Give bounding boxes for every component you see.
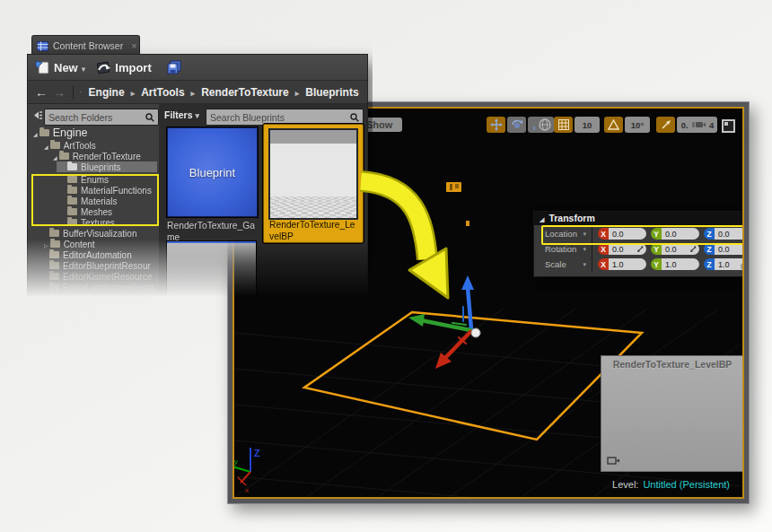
scale-x-field[interactable]: X 1.0 <box>598 258 646 270</box>
rotation-label[interactable]: Rotation <box>534 244 583 254</box>
grid-snap-value[interactable]: 10 <box>575 117 600 133</box>
angle-snap-icon <box>608 119 619 130</box>
rotation-z-value[interactable]: 0.0 <box>715 243 744 255</box>
new-dropdown-caret-icon[interactable] <box>82 59 86 75</box>
asset-view-pane: Filters Search Blueprints Blueprint Rend… <box>159 104 367 301</box>
scale-dropdown-caret-icon[interactable] <box>583 261 586 268</box>
grid-snap-toggle-button[interactable] <box>554 117 573 133</box>
location-y-value[interactable]: 0.0 <box>662 228 699 240</box>
rotation-drag-icon[interactable] <box>690 246 697 252</box>
tree-item-materialfunctions[interactable]: MaterialFunctions <box>30 185 157 196</box>
collapse-sources-icon[interactable] <box>31 110 42 120</box>
tree-item-blueprints[interactable]: Blueprints <box>30 161 157 172</box>
filters-button[interactable]: Filters <box>164 109 199 120</box>
scale-snap-toggle-button[interactable] <box>656 117 675 133</box>
rotation-x-value[interactable]: 0.0 <box>609 243 646 255</box>
rotation-drag-icon[interactable] <box>637 246 644 252</box>
tree-item-textures[interactable]: Textures <box>30 217 157 228</box>
tree-item-engine[interactable]: Engine <box>30 126 157 139</box>
folder-icon <box>67 176 77 183</box>
tree-item-label: ArtTools <box>64 141 96 151</box>
scale-x-value[interactable]: 1.0 <box>609 258 646 270</box>
tree-item-editormaterials[interactable]: EditorMaterials <box>30 292 157 303</box>
save-all-icon[interactable] <box>166 60 182 74</box>
world-space-toggle-button[interactable] <box>535 117 554 133</box>
rotate-tool-button[interactable] <box>507 117 526 133</box>
content-browser-tab[interactable]: Content Browser <box>31 35 140 56</box>
asset-tile-rendertotexture-game[interactable]: Blueprint <box>167 127 258 217</box>
gizmo-x-arrow[interactable] <box>435 332 470 369</box>
location-z-field[interactable]: Z 0.0 <box>704 228 744 240</box>
tree-item-editorblueprintresources[interactable]: EditorBlueprintResour <box>30 260 157 271</box>
actor-sprite-small[interactable] <box>466 221 469 226</box>
y-axis-badge: Y <box>651 228 662 240</box>
preview-panel-title: RenderToTexture_LevelBP <box>601 359 743 370</box>
breadcrumb-arttools[interactable]: ArtTools <box>141 86 201 99</box>
axis-y-label: y <box>234 458 238 466</box>
folder-icon <box>49 273 59 280</box>
breadcrumb-engine[interactable]: Engine <box>89 86 142 99</box>
rotation-y-field[interactable]: Y 0.0 <box>651 243 699 255</box>
move-tool-button[interactable] <box>487 117 505 133</box>
tree-item-editorautomation[interactable]: EditorAutomation <box>30 249 157 260</box>
import-button[interactable]: Import <box>115 61 151 74</box>
expander-open-icon[interactable] <box>33 126 39 139</box>
z-axis-badge: Z <box>704 228 715 240</box>
rotation-drag-icon[interactable] <box>743 246 744 252</box>
y-axis-badge: Y <box>651 243 662 255</box>
angle-snap-value[interactable]: 10° <box>625 117 650 133</box>
location-x-field[interactable]: X 0.0 <box>598 228 646 240</box>
maximize-viewport-button[interactable] <box>722 119 735 133</box>
tree-item-editorkismetresources[interactable]: EditorKismetResource <box>30 271 157 282</box>
transform-panel-header[interactable]: Transform <box>534 212 744 225</box>
tree-item-enums[interactable]: Enums <box>30 174 157 185</box>
path-lock-icon[interactable] <box>359 86 360 98</box>
folder-icon <box>59 153 69 160</box>
translate-gizmo[interactable] <box>408 275 480 369</box>
transform-row-rotation: Rotation X 0.0 Y 0.0 Z 0.0 <box>534 241 744 257</box>
rotation-x-field[interactable]: X 0.0 <box>598 243 646 255</box>
breadcrumb-rendertotexture[interactable]: RenderToTexture <box>201 86 305 99</box>
rotation-dropdown-caret-icon[interactable] <box>583 246 586 253</box>
location-dropdown-caret-icon[interactable] <box>583 231 586 238</box>
camera-speed-button[interactable]: 4 <box>689 117 717 133</box>
tree-item-arttools[interactable]: ArtTools <box>30 140 157 151</box>
move-icon <box>490 118 503 131</box>
camera-speed-value: 4 <box>709 120 714 130</box>
expander-open-icon[interactable] <box>53 152 59 161</box>
breadcrumb-blueprints[interactable]: Blueprints <box>305 86 358 99</box>
forward-button[interactable] <box>53 85 66 100</box>
tab-close-icon[interactable] <box>127 40 136 51</box>
rotation-y-value[interactable]: 0.0 <box>662 243 699 255</box>
asset-tile-rendertotexture-levelbp-selected[interactable]: RenderToTexture_LevelBP <box>263 124 364 243</box>
level-name[interactable]: Untitled (Persistent) <box>643 479 730 490</box>
angle-snap-toggle-button[interactable] <box>604 117 623 133</box>
asset-tile-partial[interactable] <box>167 241 256 297</box>
asset-name-rendertotexture-game: RenderToTexture_Game <box>167 220 259 243</box>
gizmo-origin-sphere[interactable] <box>471 328 480 337</box>
path-picker-icon[interactable] <box>80 87 82 97</box>
folder-search-input[interactable]: Search Folders <box>44 109 159 126</box>
tree-item-rendertotexture[interactable]: RenderToTexture <box>30 151 157 161</box>
scale-y-field[interactable]: Y 1.0 <box>651 258 699 270</box>
rotation-z-field[interactable]: Z 0.0 <box>704 243 744 255</box>
tree-item-buffervisualization[interactable]: BufferVisualization <box>30 228 157 239</box>
new-button[interactable]: New <box>54 61 78 74</box>
expander-open-icon[interactable] <box>44 141 50 151</box>
scale-label[interactable]: Scale <box>534 259 583 269</box>
actor-billboard-sprite[interactable] <box>446 182 461 192</box>
blueprint-preview-panel: RenderToTexture_LevelBP <box>601 355 744 472</box>
expander-closed-icon[interactable] <box>44 240 50 249</box>
tree-item-editorlandscaperesources[interactable]: EditorLandscapeResor <box>30 282 157 292</box>
scale-y-value[interactable]: 1.0 <box>662 258 699 270</box>
scale-lock-icon[interactable] <box>739 258 744 270</box>
back-button[interactable] <box>35 85 48 100</box>
tree-item-meshes[interactable]: Meshes <box>30 206 157 217</box>
location-y-field[interactable]: Y 0.0 <box>651 228 699 240</box>
tree-item-content[interactable]: Content <box>30 239 157 249</box>
location-label[interactable]: Location <box>534 229 583 239</box>
location-x-value[interactable]: 0.0 <box>609 228 646 240</box>
location-z-value[interactable]: 0.0 <box>715 228 744 240</box>
tree-item-materials[interactable]: Materials <box>30 196 157 206</box>
content-browser-window: Content Browser New <box>27 35 373 304</box>
